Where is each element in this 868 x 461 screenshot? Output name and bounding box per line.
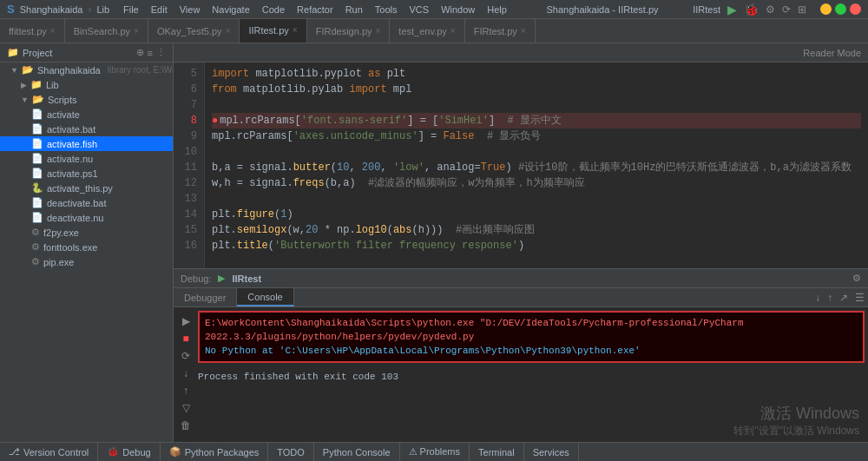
tree-item-fonttools[interactable]: ⚙ fonttools.exe bbox=[0, 240, 173, 254]
status-python-console[interactable]: Python Console bbox=[314, 443, 400, 461]
tree-item-deactivate-bat[interactable]: 📄 deactivate.bat bbox=[0, 195, 173, 210]
version-control-label: Version Control bbox=[23, 447, 89, 458]
menu-view[interactable]: View bbox=[174, 3, 206, 16]
tree-item-activate[interactable]: 📄 activate bbox=[0, 107, 173, 122]
error-line-1: E:\WorkContent\Shanghaikaida\Scripts\pyt… bbox=[205, 316, 858, 344]
debug-settings-icon[interactable]: ⚙ bbox=[852, 273, 861, 284]
debug-title-label: Debug: bbox=[181, 273, 211, 284]
status-services[interactable]: Services bbox=[524, 443, 579, 461]
console-toolbar-icon-2[interactable]: ↑ bbox=[824, 292, 836, 304]
debug-icon-run[interactable]: ▶ bbox=[179, 314, 193, 328]
tree-item-scripts[interactable]: ▼ 📂 Scripts bbox=[0, 92, 173, 107]
toolbar-icon-2[interactable]: ⟳ bbox=[782, 3, 791, 16]
tab-firdesign-close[interactable]: × bbox=[376, 26, 381, 36]
minimize-button[interactable] bbox=[820, 3, 832, 15]
menu-help[interactable]: Help bbox=[482, 3, 512, 16]
menu-edit[interactable]: Edit bbox=[146, 3, 173, 16]
tab-console[interactable]: Console bbox=[237, 288, 293, 306]
tab-firtest[interactable]: FIRtest.py × bbox=[465, 19, 536, 43]
terminal-label: Terminal bbox=[478, 447, 515, 458]
debug-icon-up[interactable]: ↑ bbox=[179, 384, 193, 398]
tree-item-activate-nu[interactable]: 📄 activate.nu bbox=[0, 151, 173, 166]
file-icon-activate-fish: 📄 bbox=[31, 138, 43, 149]
status-terminal[interactable]: Terminal bbox=[470, 443, 524, 461]
tree-item-activate-fish[interactable]: 📄 activate.fish bbox=[0, 136, 173, 151]
tree-item-activate-bat[interactable]: 📄 activate.bat bbox=[0, 122, 173, 136]
debug-icon-stop[interactable]: ■ bbox=[179, 332, 193, 346]
toolbar-icon-3[interactable]: ⊞ bbox=[798, 3, 806, 16]
menu-tools[interactable]: Tools bbox=[370, 3, 403, 16]
python-console-label: Python Console bbox=[323, 447, 391, 458]
tab-testenv-close[interactable]: × bbox=[450, 26, 456, 36]
debug-status-label: Debug bbox=[122, 447, 150, 458]
tab-binsearch-close[interactable]: × bbox=[134, 26, 139, 36]
menu-run[interactable]: Run bbox=[340, 3, 368, 16]
tree-item-shanghaikaida[interactable]: ▼ 📂 Shanghaikaida library root, E:\WorkC… bbox=[0, 63, 173, 77]
menu-navigate[interactable]: Navigate bbox=[207, 3, 254, 16]
debug-icon-trash[interactable]: 🗑 bbox=[179, 418, 193, 432]
sidebar-icon-2[interactable]: ≡ bbox=[148, 48, 153, 58]
debug-icon-step[interactable]: ↓ bbox=[179, 366, 193, 380]
menu-vcs[interactable]: VCS bbox=[404, 3, 435, 16]
reader-mode-button[interactable]: Reader Mode bbox=[803, 48, 861, 58]
tab-ffittest-close[interactable]: × bbox=[50, 26, 56, 36]
version-control-icon: ⎇ bbox=[9, 446, 20, 458]
maximize-button[interactable] bbox=[835, 3, 846, 15]
file-icon-activate-nu: 📄 bbox=[31, 153, 43, 164]
menu-window[interactable]: Window bbox=[436, 3, 480, 16]
sidebar-icon-3[interactable]: ⋮ bbox=[156, 47, 166, 58]
tab-iirtest[interactable]: IIRtest.py × bbox=[240, 19, 306, 43]
sidebar-icon-1[interactable]: ⊕ bbox=[136, 47, 144, 58]
tree-item-f2py[interactable]: ⚙ f2py.exe bbox=[0, 225, 173, 240]
close-button[interactable] bbox=[850, 3, 861, 15]
menu-code[interactable]: Code bbox=[257, 3, 290, 16]
code-line-7 bbox=[212, 97, 861, 113]
editor-content[interactable]: 5 6 7 8 9 10 11 12 13 14 15 16 import ma… bbox=[174, 63, 868, 268]
tab-debugger[interactable]: Debugger bbox=[174, 288, 237, 306]
status-problems[interactable]: ⚠ Problems bbox=[400, 443, 470, 461]
file-icon-f2py: ⚙ bbox=[31, 227, 40, 238]
tab-iirtest-close[interactable]: × bbox=[293, 25, 298, 35]
status-todo[interactable]: TODO bbox=[268, 443, 314, 461]
tree-item-activate-this[interactable]: 🐍 activate_this.py bbox=[0, 181, 173, 195]
tab-testenv[interactable]: test_env.py × bbox=[390, 19, 464, 43]
console-toolbar-icon-3[interactable]: ↗ bbox=[836, 292, 852, 304]
tab-okaytest5-close[interactable]: × bbox=[226, 26, 231, 36]
console-toolbar-icon-4[interactable]: ☰ bbox=[852, 292, 868, 304]
app-logo: S bbox=[7, 3, 15, 16]
tab-ffittest[interactable]: ffittest.py × bbox=[0, 19, 65, 43]
line-numbers: 5 6 7 8 9 10 11 12 13 14 15 16 bbox=[174, 63, 205, 268]
tree-item-pip[interactable]: ⚙ pip.exe bbox=[0, 254, 173, 269]
tree-item-activate-ps1[interactable]: 📄 activate.ps1 bbox=[0, 166, 173, 181]
tree-label-activate: activate bbox=[47, 109, 80, 120]
tab-firtest-close[interactable]: × bbox=[521, 26, 526, 36]
debug-icon-filter[interactable]: ▽ bbox=[179, 401, 193, 415]
tab-binsearch[interactable]: BinSearch.py × bbox=[65, 19, 148, 43]
debug-icon-restart[interactable]: ⟳ bbox=[179, 349, 193, 363]
tree-subtitle-shanghaikaida: library root, E:\WorkContent\S bbox=[108, 65, 173, 75]
tree-item-deactivate-nu[interactable]: 📄 deactivate.nu bbox=[0, 210, 173, 225]
tree-item-lib[interactable]: ▶ 📁 Lib bbox=[0, 77, 173, 92]
console-toolbar-icon-1[interactable]: ↓ bbox=[812, 292, 824, 304]
tree-label-pip: pip.exe bbox=[43, 257, 74, 267]
code-line-8: ●mpl.rcParams['font.sans-serif'] = ['Sim… bbox=[212, 113, 861, 128]
error-line-2: No Python at 'C:\Users\HP\AppData\Local\… bbox=[205, 344, 858, 358]
file-icon-deactivate-nu: 📄 bbox=[31, 212, 43, 223]
debug-button[interactable]: 🐞 bbox=[744, 3, 759, 16]
status-python-packages[interactable]: 📦 Python Packages bbox=[161, 443, 269, 461]
tab-okaytest5[interactable]: OKay_Test5.py × bbox=[148, 19, 240, 43]
tree-label-activate-bat: activate.bat bbox=[47, 124, 95, 135]
run-config-label: IIRtest bbox=[693, 4, 720, 15]
debug-run-label: IIRtest bbox=[232, 273, 261, 284]
debug-body: ▶ ■ ⟳ ↓ ↑ ▽ 🗑 E:\WorkContent\Shanghaikai… bbox=[174, 307, 868, 442]
tree-arrow-scripts: ▼ bbox=[21, 95, 29, 104]
status-debug[interactable]: 🐞 Debug bbox=[98, 443, 160, 461]
code-area[interactable]: import matplotlib.pyplot as plt from mat… bbox=[205, 63, 868, 268]
toolbar-icon-1[interactable]: ⚙ bbox=[766, 3, 775, 16]
tab-firdesign[interactable]: FIRdesign.py × bbox=[307, 19, 391, 43]
menu-file[interactable]: File bbox=[118, 3, 144, 16]
status-version-control[interactable]: ⎇ Version Control bbox=[0, 443, 98, 461]
tree-label-activate-this: activate_this.py bbox=[47, 183, 113, 194]
menu-refactor[interactable]: Refactor bbox=[292, 3, 339, 16]
run-button[interactable]: ▶ bbox=[727, 3, 737, 16]
